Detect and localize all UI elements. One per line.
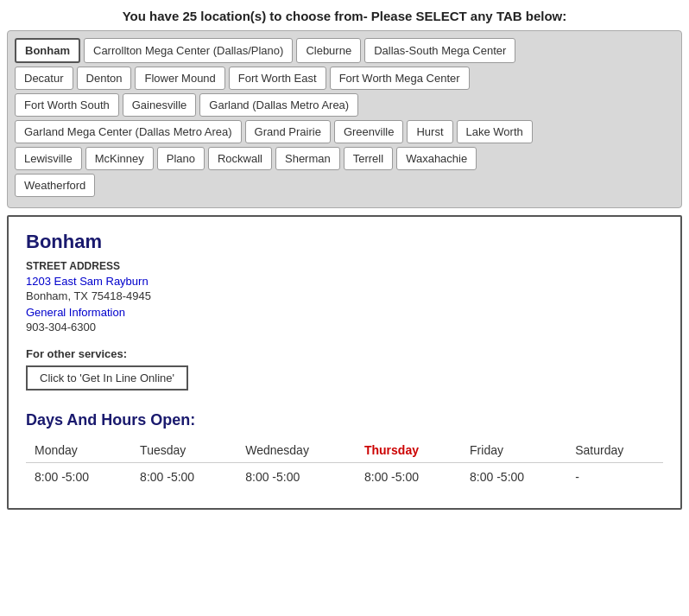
tab-btn-terrell[interactable]: Terrell xyxy=(344,147,393,170)
tab-btn-weatherford[interactable]: Weatherford xyxy=(15,174,95,197)
street-label: STREET ADDRESS xyxy=(26,260,663,272)
phone: 903-304-6300 xyxy=(26,321,663,333)
tab-row: LewisvilleMcKinneyPlanoRockwallShermanTe… xyxy=(15,147,674,170)
city-state: Bonham, TX 75418-4945 xyxy=(26,289,663,302)
tab-btn-hurst[interactable]: Hurst xyxy=(407,120,452,143)
tabs-container: BonhamCarrollton Mega Center (Dallas/Pla… xyxy=(7,30,682,208)
detail-container: Bonham STREET ADDRESS 1203 East Sam Rayb… xyxy=(7,215,682,510)
tab-btn-bonham[interactable]: Bonham xyxy=(15,38,80,63)
tab-btn-fort-worth-south[interactable]: Fort Worth South xyxy=(15,93,119,117)
gen-info-link[interactable]: General Information xyxy=(26,306,663,319)
hours-data-row: 8:00 -5:008:00 -5:008:00 -5:008:00 -5:00… xyxy=(26,463,663,492)
location-title: Bonham xyxy=(26,231,663,253)
tab-btn-fort-worth-east[interactable]: Fort Worth East xyxy=(229,67,326,90)
hour-cell-friday: 8:00 -5:00 xyxy=(461,463,566,492)
tab-row: BonhamCarrollton Mega Center (Dallas/Pla… xyxy=(15,38,674,63)
day-header-friday: Friday xyxy=(461,438,566,463)
hour-cell-thursday: 8:00 -5:00 xyxy=(356,463,461,492)
tab-btn-flower-mound[interactable]: Flower Mound xyxy=(135,67,224,90)
day-header-thursday: Thursday xyxy=(356,438,461,463)
tab-btn-plano[interactable]: Plano xyxy=(157,147,205,170)
header-title: You have 25 location(s) to choose from- … xyxy=(0,0,689,30)
tab-btn-waxahachie[interactable]: Waxahachie xyxy=(396,147,477,170)
hour-cell-monday: 8:00 -5:00 xyxy=(26,463,131,492)
other-services-label: For other services: xyxy=(26,347,663,360)
tab-btn-fort-worth-mega[interactable]: Fort Worth Mega Center xyxy=(330,67,470,90)
day-header-monday: Monday xyxy=(26,438,131,463)
tab-btn-lewisville[interactable]: Lewisville xyxy=(15,147,82,170)
tab-btn-rockwall[interactable]: Rockwall xyxy=(208,147,272,170)
tab-btn-denton[interactable]: Denton xyxy=(77,67,132,90)
days-header-row: MondayTuesdayWednesdayThursdayFridaySatu… xyxy=(26,438,663,463)
tab-btn-greenville[interactable]: Greenville xyxy=(334,120,404,143)
tab-btn-grand-prairie[interactable]: Grand Prairie xyxy=(245,120,331,143)
tab-row: Garland Mega Center (Dallas Metro Area)G… xyxy=(15,120,674,143)
tab-btn-cleburne[interactable]: Cleburne xyxy=(296,38,361,63)
tab-btn-mckinney[interactable]: McKinney xyxy=(85,147,154,170)
tab-btn-dallas-south[interactable]: Dallas-South Mega Center xyxy=(364,38,515,63)
get-in-line-button[interactable]: Click to 'Get In Line Online' xyxy=(26,365,188,391)
street-address-link[interactable]: 1203 East Sam Rayburn xyxy=(26,275,149,288)
tab-row: DecaturDentonFlower MoundFort Worth East… xyxy=(15,67,674,90)
day-header-tuesday: Tuesday xyxy=(131,438,237,463)
day-header-saturday: Saturday xyxy=(566,438,663,463)
tab-row: Weatherford xyxy=(15,174,674,197)
tab-btn-decatur[interactable]: Decatur xyxy=(15,67,73,90)
tab-btn-lake-worth[interactable]: Lake Worth xyxy=(457,120,533,143)
header: You have 25 location(s) to choose from- … xyxy=(0,0,689,30)
hour-cell-tuesday: 8:00 -5:00 xyxy=(131,463,237,492)
tab-btn-sherman[interactable]: Sherman xyxy=(275,147,340,170)
tab-btn-gainesville[interactable]: Gainesville xyxy=(123,93,197,117)
hours-table: MondayTuesdayWednesdayThursdayFridaySatu… xyxy=(26,438,663,491)
tab-btn-carrollton[interactable]: Carrollton Mega Center (Dallas/Plano) xyxy=(84,38,293,63)
hour-cell-saturday: - xyxy=(566,463,663,492)
hours-title: Days And Hours Open: xyxy=(26,411,663,429)
tab-btn-garland-mega[interactable]: Garland Mega Center (Dallas Metro Area) xyxy=(15,120,242,143)
hour-cell-wednesday: 8:00 -5:00 xyxy=(237,463,356,492)
tab-row: Fort Worth SouthGainesvilleGarland (Dall… xyxy=(15,93,674,117)
hours-section: Days And Hours Open: MondayTuesdayWednes… xyxy=(26,411,663,491)
tab-btn-garland-dallas[interactable]: Garland (Dallas Metro Area) xyxy=(199,93,358,117)
day-header-wednesday: Wednesday xyxy=(237,438,356,463)
